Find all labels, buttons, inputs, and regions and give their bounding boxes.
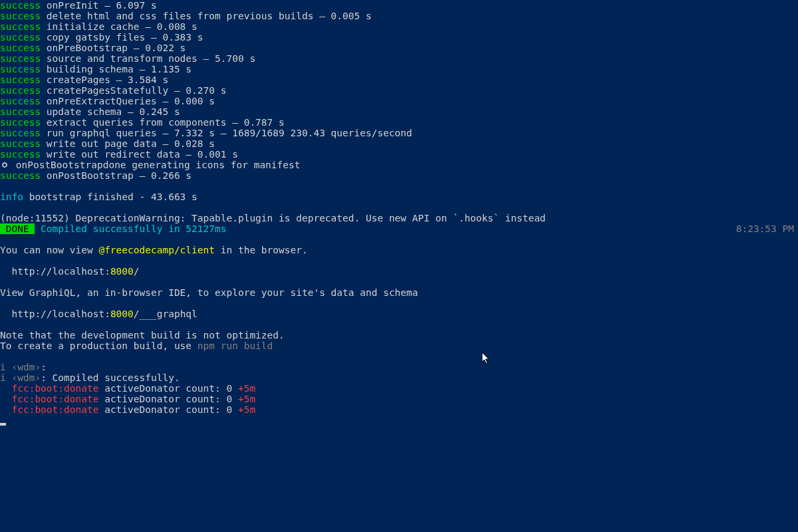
- npm-run-build-cmd: npm run build: [198, 340, 273, 351]
- status-success: success: [0, 106, 41, 117]
- status-success: success: [0, 43, 41, 53]
- local-url-pre: http://localhost:: [0, 266, 110, 277]
- step-text: onPostBootstrap — 0.266 s: [41, 170, 192, 181]
- step-text: update schema — 0.245 s: [41, 106, 180, 117]
- status-success: success: [0, 117, 41, 128]
- wdm-msg: : Compiled successfully.: [41, 372, 180, 383]
- view-prefix: You can now view: [0, 245, 98, 255]
- step-text: createPages — 3.584 s: [41, 74, 168, 85]
- step-text: onPreInit — 6.097 s: [41, 0, 157, 11]
- status-success: success: [0, 21, 41, 32]
- step-text: onPreBootstrap — 0.022 s: [41, 43, 186, 53]
- step-text: source and transform nodes — 5.700 s: [41, 53, 255, 64]
- view-suffix: in the browser.: [215, 245, 308, 255]
- donate-age: +5m: [238, 383, 255, 394]
- donate-msg: activeDonator count: 0: [98, 383, 238, 394]
- local-url-post: /: [134, 266, 140, 277]
- step-text: write out redirect data — 0.001 s: [41, 149, 238, 160]
- graphiql-url-port: 8000: [110, 309, 134, 319]
- terminal-output-tail: You can now view @freecodecamp/client in…: [0, 234, 798, 426]
- step-text: onPreExtractQueries — 0.000 s: [41, 96, 215, 106]
- bootstrap-finished: bootstrap finished - 43.663 s: [23, 192, 198, 202]
- note-dev: Note that the development build is not o…: [0, 330, 285, 340]
- donate-msg: activeDonator count: 0: [98, 394, 238, 404]
- step-text: extract queries from components — 0.787 …: [41, 117, 285, 128]
- step-text: run graphql queries — 7.332 s — 1689/168…: [41, 128, 412, 138]
- status-success: success: [0, 96, 41, 106]
- step-text: write out page data — 0.028 s: [41, 138, 215, 149]
- status-success: success: [0, 11, 41, 21]
- donate-age: +5m: [238, 394, 255, 404]
- status-success: success: [0, 53, 41, 64]
- donate-tag: fcc:boot:donate: [11, 394, 98, 404]
- status-success: success: [0, 138, 41, 149]
- status-success: success: [0, 128, 41, 138]
- wdm-msg: :: [41, 362, 47, 372]
- status-success: success: [0, 85, 41, 96]
- done-message: Compiled successfully in 52127ms: [35, 223, 226, 234]
- terminal-cursor[interactable]: [0, 423, 6, 426]
- wdm-tag: ‹wdm›: [6, 372, 41, 383]
- donate-tag: fcc:boot:donate: [11, 383, 98, 394]
- step-text: delete html and css files from previous …: [41, 11, 372, 21]
- status-success: success: [0, 64, 41, 74]
- local-url-port: 8000: [110, 266, 134, 277]
- graphiql-hint: View GraphiQL, an in-browser IDE, to exp…: [0, 287, 418, 298]
- step-text: building schema — 1.135 s: [41, 64, 192, 74]
- step-text: createPagesStatefully — 0.270 s: [41, 85, 226, 96]
- status-info: info: [0, 192, 23, 202]
- package-name: @freecodecamp/client: [98, 245, 215, 255]
- status-success: success: [0, 170, 41, 181]
- graphiql-url-pre: http://localhost:: [0, 309, 110, 319]
- donate-age: +5m: [238, 404, 255, 415]
- timestamp: 8:23:53 PM: [736, 223, 798, 234]
- status-success: success: [0, 0, 41, 11]
- graphiql-url-post: /___graphql: [134, 309, 198, 319]
- wdm-tag: ‹wdm›: [6, 362, 41, 372]
- deprecation-warning: (node:11552) DeprecationWarning: Tapable…: [0, 213, 546, 223]
- wdm-prefix-icon: i: [0, 362, 6, 372]
- donate-msg: activeDonator count: 0: [98, 404, 238, 415]
- status-success: success: [0, 74, 41, 85]
- status-success: success: [0, 149, 41, 160]
- manifest-line: ⭘ onPostBootstrapdone generating icons f…: [0, 160, 301, 170]
- status-success: success: [0, 32, 41, 43]
- note-prod-pre: To create a production build, use: [0, 340, 198, 351]
- wdm-prefix-icon: i: [0, 372, 6, 383]
- done-row: DONE Compiled successfully in 52127ms 8:…: [0, 223, 798, 234]
- step-text: copy gatsby files — 0.383 s: [41, 32, 203, 43]
- step-text: initialize cache — 0.008 s: [41, 21, 198, 32]
- status-done-badge: DONE: [0, 223, 35, 234]
- terminal-output: success onPreInit — 6.097 s success dele…: [0, 0, 798, 223]
- donate-tag: fcc:boot:donate: [11, 404, 98, 415]
